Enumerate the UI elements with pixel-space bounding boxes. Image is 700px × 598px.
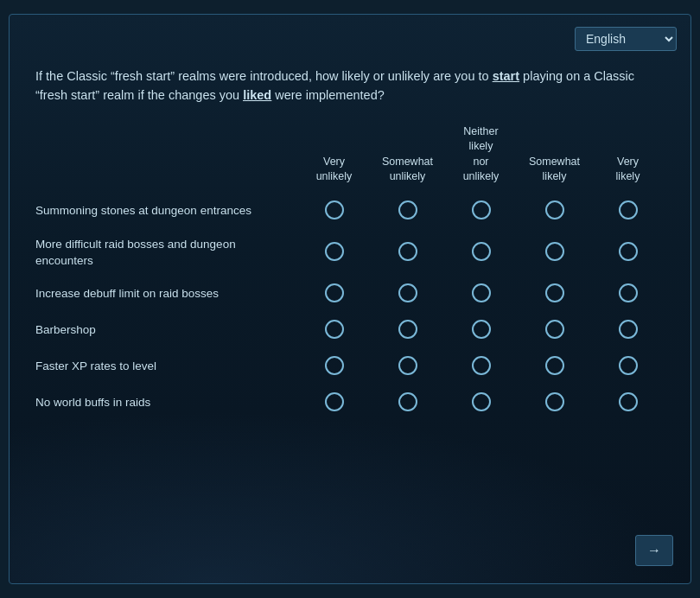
table-row: Faster XP rates to level <box>35 349 665 385</box>
radio-faster-xp-very-likely[interactable] <box>619 356 638 375</box>
radio-cell-debuff-limit-very-likely[interactable] <box>591 277 665 313</box>
radio-cell-summoning-stones-neither[interactable] <box>444 194 518 230</box>
radio-no-world-buffs-very-likely[interactable] <box>619 392 638 411</box>
radio-raid-bosses-neither[interactable] <box>472 242 491 261</box>
table-row: Increase debuff limit on raid bosses <box>35 277 665 313</box>
radio-barbershop-neither[interactable] <box>472 320 491 339</box>
radio-cell-summoning-stones-very-likely[interactable] <box>591 194 665 230</box>
table-row: Barbershop <box>35 313 665 349</box>
radio-cell-debuff-limit-neither[interactable] <box>444 277 518 313</box>
radio-cell-raid-bosses-neither[interactable] <box>444 230 518 277</box>
radio-cell-faster-xp-somewhat-unlikely[interactable] <box>371 349 444 385</box>
radio-cell-raid-bosses-very-unlikely[interactable] <box>297 230 371 277</box>
radio-no-world-buffs-very-unlikely[interactable] <box>325 392 344 411</box>
survey-table: Veryunlikely Somewhatunlikely Neitherlik… <box>35 124 665 422</box>
radio-cell-no-world-buffs-neither[interactable] <box>444 385 518 422</box>
table-row: Summoning stones at dungeon entrances <box>35 194 665 230</box>
radio-debuff-limit-somewhat-unlikely[interactable] <box>398 283 417 302</box>
radio-cell-faster-xp-somewhat-likely[interactable] <box>518 349 591 385</box>
radio-cell-raid-bosses-somewhat-unlikely[interactable] <box>371 230 444 277</box>
radio-debuff-limit-very-likely[interactable] <box>619 283 638 302</box>
background-decoration <box>10 410 690 583</box>
radio-cell-no-world-buffs-somewhat-likely[interactable] <box>518 385 591 422</box>
row-label-faster-xp: Faster XP rates to level <box>35 349 297 385</box>
radio-cell-raid-bosses-very-likely[interactable] <box>591 230 665 277</box>
radio-cell-no-world-buffs-somewhat-unlikely[interactable] <box>371 385 444 422</box>
col-header-very-likely: Verylikely <box>591 124 665 194</box>
radio-debuff-limit-very-unlikely[interactable] <box>325 283 344 302</box>
radio-cell-barbershop-very-likely[interactable] <box>591 313 665 349</box>
col-header-somewhat-unlikely: Somewhatunlikely <box>371 124 444 194</box>
radio-cell-no-world-buffs-very-unlikely[interactable] <box>297 385 371 422</box>
radio-summoning-stones-very-likely[interactable] <box>619 200 638 219</box>
radio-cell-faster-xp-neither[interactable] <box>444 349 518 385</box>
row-label-debuff-limit: Increase debuff limit on raid bosses <box>35 277 297 313</box>
radio-debuff-limit-neither[interactable] <box>472 283 491 302</box>
radio-cell-debuff-limit-somewhat-unlikely[interactable] <box>371 277 444 313</box>
col-header-neither: Neitherlikelynorunlikely <box>444 124 518 194</box>
language-select[interactable]: English Deutsch Español Français Portugu… <box>575 27 677 51</box>
radio-raid-bosses-very-unlikely[interactable] <box>325 242 344 261</box>
question-text: If the Classic “fresh start” realms were… <box>35 67 658 105</box>
radio-barbershop-very-likely[interactable] <box>619 320 638 339</box>
radio-barbershop-somewhat-likely[interactable] <box>545 320 564 339</box>
radio-cell-summoning-stones-somewhat-unlikely[interactable] <box>371 194 444 230</box>
survey-container: English Deutsch Español Français Portugu… <box>9 14 691 584</box>
radio-cell-debuff-limit-somewhat-likely[interactable] <box>518 277 591 313</box>
row-label-barbershop: Barbershop <box>35 313 297 349</box>
radio-cell-faster-xp-very-unlikely[interactable] <box>297 349 371 385</box>
radio-raid-bosses-very-likely[interactable] <box>619 242 638 261</box>
radio-faster-xp-neither[interactable] <box>472 356 491 375</box>
radio-cell-summoning-stones-very-unlikely[interactable] <box>297 194 371 230</box>
radio-no-world-buffs-somewhat-likely[interactable] <box>545 392 564 411</box>
radio-no-world-buffs-somewhat-unlikely[interactable] <box>398 392 417 411</box>
radio-summoning-stones-very-unlikely[interactable] <box>325 200 344 219</box>
table-row: More difficult raid bosses and dungeon e… <box>35 230 665 277</box>
col-header-somewhat-likely: Somewhatlikely <box>518 124 591 194</box>
row-label-no-world-buffs: No world buffs in raids <box>35 385 297 422</box>
radio-cell-debuff-limit-very-unlikely[interactable] <box>297 277 371 313</box>
radio-summoning-stones-somewhat-likely[interactable] <box>545 200 564 219</box>
radio-cell-no-world-buffs-very-likely[interactable] <box>591 385 665 422</box>
radio-raid-bosses-somewhat-likely[interactable] <box>545 242 564 261</box>
radio-faster-xp-somewhat-likely[interactable] <box>545 356 564 375</box>
radio-barbershop-very-unlikely[interactable] <box>325 320 344 339</box>
radio-debuff-limit-somewhat-likely[interactable] <box>545 283 564 302</box>
radio-cell-barbershop-very-unlikely[interactable] <box>297 313 371 349</box>
next-button[interactable]: → <box>635 535 673 566</box>
table-row: No world buffs in raids <box>35 385 665 422</box>
radio-cell-summoning-stones-somewhat-likely[interactable] <box>518 194 591 230</box>
radio-cell-barbershop-neither[interactable] <box>444 313 518 349</box>
radio-faster-xp-very-unlikely[interactable] <box>325 356 344 375</box>
radio-summoning-stones-neither[interactable] <box>472 200 491 219</box>
radio-cell-barbershop-somewhat-unlikely[interactable] <box>371 313 444 349</box>
radio-summoning-stones-somewhat-unlikely[interactable] <box>398 200 417 219</box>
col-header-very-unlikely: Veryunlikely <box>297 124 371 194</box>
row-label-summoning-stones: Summoning stones at dungeon entrances <box>35 194 297 230</box>
radio-raid-bosses-somewhat-unlikely[interactable] <box>398 242 417 261</box>
radio-faster-xp-somewhat-unlikely[interactable] <box>398 356 417 375</box>
radio-cell-faster-xp-very-likely[interactable] <box>591 349 665 385</box>
radio-cell-barbershop-somewhat-likely[interactable] <box>518 313 591 349</box>
language-selector-wrapper[interactable]: English Deutsch Español Français Portugu… <box>575 27 677 51</box>
radio-cell-raid-bosses-somewhat-likely[interactable] <box>518 230 591 277</box>
radio-no-world-buffs-neither[interactable] <box>472 392 491 411</box>
col-header-empty <box>35 124 297 194</box>
radio-barbershop-somewhat-unlikely[interactable] <box>398 320 417 339</box>
row-label-raid-bosses: More difficult raid bosses and dungeon e… <box>35 230 297 277</box>
